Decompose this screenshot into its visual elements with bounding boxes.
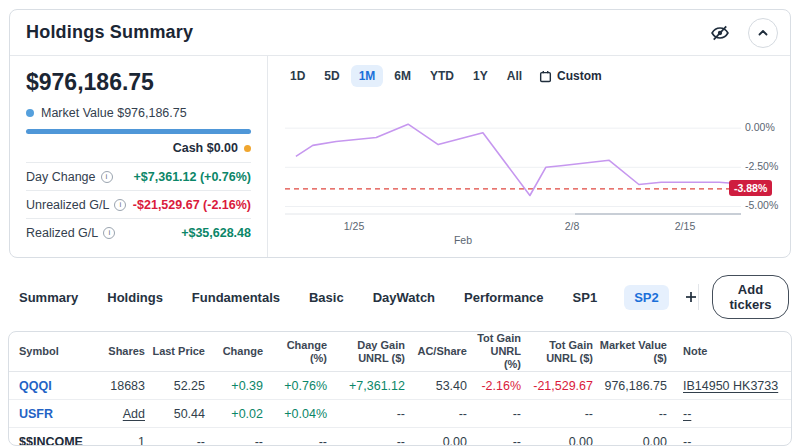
cell-shares: 1 [105, 428, 151, 447]
cell-symbol[interactable]: QQQI [9, 372, 105, 400]
cell-tot-gain-unrl-usd: -- [527, 400, 599, 428]
range-5d[interactable]: 5D [316, 65, 347, 87]
realized-gl-value: +$35,628.48 [181, 226, 251, 240]
cell-tot-gain-unrl-usd: -21,529.67 [527, 372, 599, 400]
cell-note[interactable]: -- [673, 400, 792, 428]
cell-note[interactable]: IB14950 HK3733 [673, 372, 792, 400]
cell-ac-share: 0.00 [411, 428, 473, 447]
col-header-market-value[interactable]: Market Value($) [599, 332, 673, 372]
col-header-note[interactable]: Note [673, 332, 792, 372]
cash-value: Cash $0.00 [173, 141, 238, 155]
performance-chart[interactable] [285, 107, 741, 219]
cell-change-pct: -- [269, 428, 333, 447]
cell-change: +0.02 [211, 400, 269, 428]
range-1y[interactable]: 1Y [465, 65, 496, 87]
table-body: QQQI1868352.25+0.39+0.76%+7,361.1253.40-… [9, 372, 792, 447]
cell-day-gain-unrl-usd: -- [333, 400, 411, 428]
market-value-dot-icon [26, 109, 34, 117]
col-header-last-price[interactable]: Last Price [151, 332, 211, 372]
col-header-shares[interactable]: Shares [105, 332, 151, 372]
table-header-row: SymbolSharesLast PriceChangeChange (%)Da… [9, 332, 792, 372]
y-axis-tick: -2.50% [745, 160, 791, 172]
cell-day-gain-unrl-usd: +7,361.12 [333, 372, 411, 400]
current-return-badge: -3.88% [729, 180, 772, 196]
range-ytd[interactable]: YTD [422, 65, 462, 87]
cell-symbol[interactable]: USFR [9, 400, 105, 428]
x-axis-tick: 2/8 [565, 220, 580, 232]
cell-note[interactable]: -- [673, 428, 792, 447]
allocation-bar [26, 129, 251, 134]
card-body: $976,186.75 Market Value $976,186.75 Cas… [10, 56, 790, 257]
cash-row: Cash $0.00 [26, 141, 251, 162]
tab-summary[interactable]: Summary [17, 285, 80, 310]
tab-daywatch[interactable]: DayWatch [371, 285, 437, 310]
table-tabs-row: SummaryHoldingsFundamentalsBasicDayWatch… [9, 281, 791, 313]
x-axis-month-label: Feb [454, 234, 472, 246]
col-header-change-pct[interactable]: Change (%) [269, 332, 333, 372]
day-change-value: +$7,361.12 (+0.76%) [134, 170, 251, 184]
x-axis-tick: 2/15 [675, 220, 695, 232]
table-toolbar: Add tickers [698, 275, 800, 319]
x-axis-tick: 1/25 [344, 220, 364, 232]
tab-basic[interactable]: Basic [307, 285, 346, 310]
card-header: Holdings Summary [10, 10, 790, 56]
cell-market-value: 976,186.75 [599, 372, 673, 400]
table-row: $$INCOME1--------0.00--0.000.00-- [9, 428, 792, 447]
table-tabs: SummaryHoldingsFundamentalsBasicDayWatch… [17, 285, 669, 310]
unrealized-gl-label: Unrealized G/L [26, 198, 109, 212]
tab-fundamentals[interactable]: Fundamentals [190, 285, 282, 310]
col-header-change[interactable]: Change [211, 332, 269, 372]
cell-shares[interactable]: Add [105, 400, 151, 428]
tab-sp2[interactable]: SP2 [624, 285, 669, 310]
day-change-row: Day Change +$7,361.12 (+0.76%) [26, 162, 251, 190]
y-axis-tick: 0.00% [745, 121, 791, 133]
range-6m[interactable]: 6M [386, 65, 419, 87]
range-all[interactable]: All [499, 65, 530, 87]
calendar-icon [539, 70, 552, 83]
range-1d[interactable]: 1D [282, 65, 313, 87]
col-header-ac-share[interactable]: AC/Share [411, 332, 473, 372]
cell-ac-share: 53.40 [411, 372, 473, 400]
cell-market-value: 0.00 [599, 428, 673, 447]
cell-shares: 18683 [105, 372, 151, 400]
total-market-value: $976,186.75 [26, 69, 251, 96]
table-row: QQQI1868352.25+0.39+0.76%+7,361.1253.40-… [9, 372, 792, 400]
cell-ac-share: -- [411, 400, 473, 428]
chart-panel: 1D5D1M6MYTD1YAll Custom 0.00% -2.50% -5.… [268, 56, 790, 257]
collapse-button[interactable] [748, 18, 778, 48]
col-header-day-gain-unrl-usd[interactable]: Day GainUNRL ($) [333, 332, 411, 372]
col-header-tot-gain-unrl-pct[interactable]: Tot GainUNRL (%) [473, 332, 527, 372]
cell-day-gain-unrl-usd: -- [333, 428, 411, 447]
page-title: Holdings Summary [26, 22, 710, 43]
unrealized-gl-row: Unrealized G/L -$21,529.67 (-2.16%) [26, 190, 251, 218]
custom-range-button[interactable]: Custom [539, 69, 602, 83]
y-axis-tick: -5.00% [745, 199, 791, 211]
range-1m[interactable]: 1M [351, 65, 384, 87]
table-row: USFRAdd50.44+0.02+0.04%------------ [9, 400, 792, 428]
range-buttons: 1D5D1M6MYTD1YAll Custom [282, 65, 602, 87]
cell-market-value: -- [599, 400, 673, 428]
cell-change-pct: +0.76% [269, 372, 333, 400]
cell-last-price: 50.44 [151, 400, 211, 428]
cell-change: +0.39 [211, 372, 269, 400]
holdings-table: SymbolSharesLast PriceChangeChange (%)Da… [9, 332, 792, 446]
toolbar-divider [698, 284, 699, 310]
cell-change: -- [211, 428, 269, 447]
holdings-table-card: SymbolSharesLast PriceChangeChange (%)Da… [8, 331, 792, 446]
info-icon[interactable] [114, 199, 126, 211]
unrealized-gl-value: -$21,529.67 (-2.16%) [133, 198, 251, 212]
col-header-symbol[interactable]: Symbol [9, 332, 105, 372]
add-tab-icon[interactable] [684, 290, 698, 304]
tab-sp1[interactable]: SP1 [571, 285, 600, 310]
cell-last-price: -- [151, 428, 211, 447]
info-icon[interactable] [103, 227, 115, 239]
add-tickers-button[interactable]: Add tickers [712, 275, 788, 319]
tab-holdings[interactable]: Holdings [105, 285, 165, 310]
cash-dot-icon [244, 145, 251, 152]
col-header-tot-gain-unrl-usd[interactable]: Tot GainUNRL ($) [527, 332, 599, 372]
info-icon[interactable] [101, 171, 113, 183]
cell-tot-gain-unrl-usd: 0.00 [527, 428, 599, 447]
tab-performance[interactable]: Performance [462, 285, 545, 310]
hide-values-icon[interactable] [710, 23, 730, 43]
cell-change-pct: +0.04% [269, 400, 333, 428]
